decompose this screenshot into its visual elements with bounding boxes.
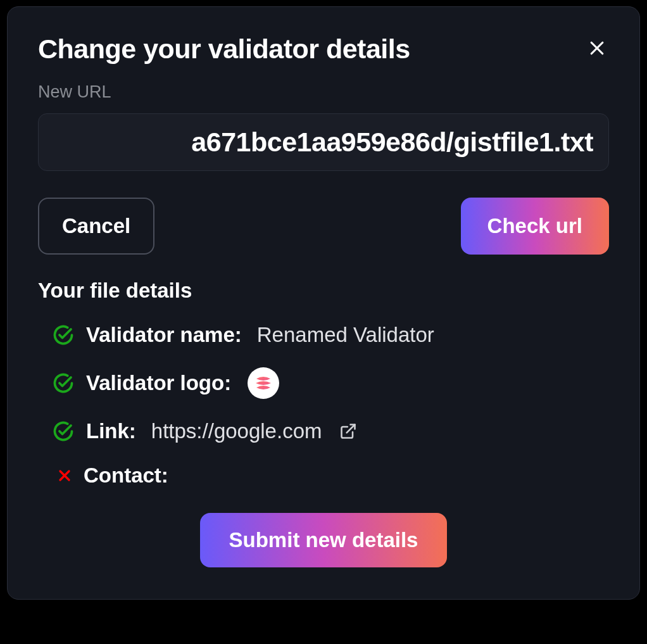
validator-contact-row: Contact: — [52, 464, 609, 488]
modal-title: Change your validator details — [38, 34, 410, 65]
validator-link-row: Link: https://google.com — [52, 419, 609, 443]
check-circle-icon — [52, 420, 75, 443]
submit-button[interactable]: Submit new details — [200, 513, 448, 567]
validator-logo-image — [248, 367, 279, 399]
validator-name-row: Validator name: Renamed Validator — [52, 323, 609, 347]
check-circle-icon — [52, 324, 75, 346]
x-icon — [57, 468, 72, 483]
validator-logo-label: Validator logo: — [86, 371, 231, 395]
url-input[interactable] — [38, 113, 609, 171]
validator-contact-label: Contact: — [84, 464, 168, 488]
modal-header: Change your validator details — [38, 34, 609, 65]
validator-name-value: Renamed Validator — [257, 323, 434, 347]
cancel-button[interactable]: Cancel — [38, 198, 154, 255]
button-row: Cancel Check url — [38, 198, 609, 255]
check-circle-icon — [52, 372, 75, 395]
details-list: Validator name: Renamed Validator Valida… — [38, 323, 609, 488]
svg-line-2 — [347, 425, 355, 433]
validator-name-label: Validator name: — [86, 323, 242, 347]
close-icon — [587, 39, 606, 60]
validator-link-value: https://google.com — [151, 419, 322, 443]
external-link-icon[interactable] — [339, 422, 357, 440]
validator-details-modal: Change your validator details New URL Ca… — [7, 6, 640, 600]
submit-row: Submit new details — [38, 513, 609, 567]
validator-link-label: Link: — [86, 419, 136, 443]
check-url-button[interactable]: Check url — [461, 198, 609, 255]
close-button[interactable] — [585, 36, 609, 62]
url-label: New URL — [38, 82, 609, 102]
file-details-heading: Your file details — [38, 279, 609, 303]
validator-logo-row: Validator logo: — [52, 367, 609, 399]
